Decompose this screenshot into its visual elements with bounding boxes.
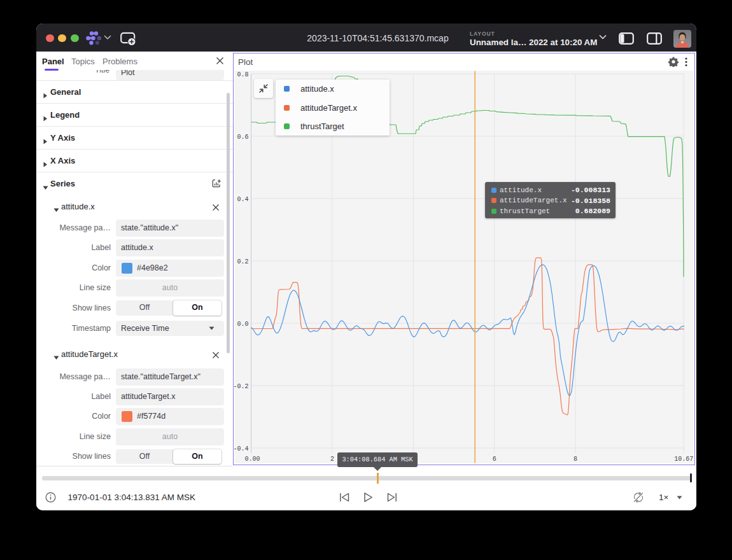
svg-text:0.0: 0.0 (237, 321, 248, 328)
svg-text:0.8: 0.8 (237, 71, 248, 78)
svg-text:2: 2 (330, 456, 334, 463)
svg-text:10.67: 10.67 (674, 456, 693, 463)
svg-text:0.2: 0.2 (237, 258, 248, 265)
svg-text:6: 6 (493, 456, 496, 463)
svg-text:0.6: 0.6 (237, 134, 248, 141)
svg-text:0.4: 0.4 (237, 196, 248, 203)
svg-text:-0.4: -0.4 (234, 445, 249, 452)
svg-text:8: 8 (574, 456, 577, 463)
svg-text:-0.2: -0.2 (234, 383, 249, 390)
svg-text:0.00: 0.00 (244, 456, 260, 463)
